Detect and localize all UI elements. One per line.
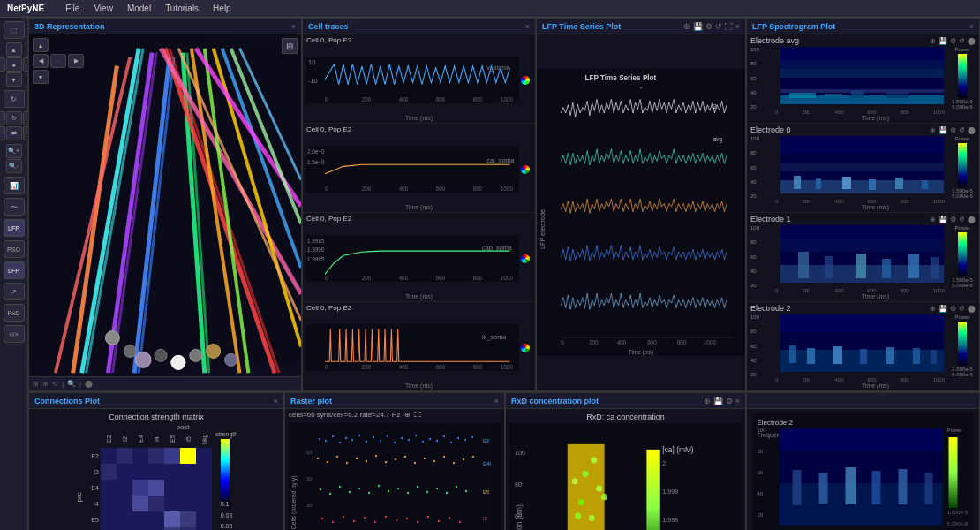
lfp-reset[interactable]: ↺ (715, 22, 722, 31)
toolbar-plus[interactable]: ⊕ (42, 380, 49, 388)
panel-rxd-title: RxD concentration plot (511, 397, 599, 405)
spectro-0-cross[interactable]: ⊕ (930, 126, 936, 134)
panel-3d-close[interactable]: × (291, 22, 296, 31)
spectro-avg-reset[interactable]: ↺ (959, 37, 965, 45)
scene-3d[interactable]: ⊞ ▲ ◀ · ▶ ▼ (29, 34, 301, 376)
spectro-0-reset[interactable]: ↺ (959, 126, 965, 134)
toolbar-zoom[interactable]: 🔍 (67, 380, 76, 388)
svg-text:cal_soma: cal_soma (486, 156, 515, 164)
rotate-ccw[interactable]: ↺ (0, 126, 5, 140)
spectro-bottom-scroll[interactable]: Electrode 2 Frequency(Hz) (747, 409, 979, 530)
spectro-1-chart: 100 80 60 40 20 (750, 225, 976, 288)
svg-text:1.9990: 1.9990 (307, 246, 325, 253)
spectro-2-settings[interactable]: ⚙ (950, 305, 956, 313)
spectro-1-settings[interactable]: ⚙ (950, 216, 956, 223)
nav-up[interactable]: ▲ (6, 42, 22, 57)
sidebar-btn-lfp[interactable]: LFP (4, 219, 25, 237)
sidebar-btn-arrow[interactable]: ↗ (4, 283, 25, 300)
3d-up[interactable]: ▲ (33, 38, 49, 52)
lfp-expand[interactable]: ⛶ (725, 22, 733, 31)
lfp-settings[interactable]: ⚙ (705, 22, 712, 31)
spectro-1-save[interactable]: 💾 (939, 216, 947, 223)
trace-svg-0: 10 -10 v_soma 0 200 400 (306, 45, 519, 115)
spectro-2-color[interactable]: ⬤ (968, 305, 976, 313)
rotate-cw[interactable]: ↻ (6, 111, 22, 125)
spectro-avg-save[interactable]: 💾 (939, 37, 947, 45)
rxd-save[interactable]: 💾 (713, 397, 723, 405)
svg-point-151 (408, 439, 410, 441)
menu-view[interactable]: View (94, 4, 113, 13)
sidebar-btn-lfp2[interactable]: LFP (4, 261, 25, 279)
spectro-2-cross[interactable]: ⊕ (930, 305, 936, 313)
sidebar-btn-shape[interactable]: ⬚ (4, 21, 25, 39)
spectro-0-settings[interactable]: ⚙ (950, 126, 956, 134)
row-label-E2: E2 (85, 453, 101, 459)
spectro-1-color[interactable]: ⬤ (968, 216, 976, 223)
svg-rect-289 (925, 473, 933, 504)
app-name[interactable]: NetPyNE (7, 4, 44, 13)
sidebar-btn-rotate[interactable]: ↻ (4, 90, 25, 108)
sidebar-btn-pso[interactable]: PSO (4, 240, 25, 258)
connections-close[interactable]: × (274, 397, 278, 405)
spectro-2-save[interactable]: 💾 (939, 305, 947, 313)
toolbar-sep: | (62, 380, 64, 388)
svg-text:I2: I2 (483, 516, 488, 521)
raster-zoom-icon[interactable]: ⛶ (414, 411, 421, 419)
menu-help[interactable]: Help (213, 4, 231, 13)
rxd-cross[interactable]: ⊕ (704, 397, 711, 405)
3d-right[interactable]: ▶ (68, 54, 84, 68)
sidebar-btn-code[interactable]: </> (4, 325, 25, 343)
lfp-save[interactable]: 💾 (693, 22, 703, 31)
3d-left[interactable]: ◀ (33, 54, 49, 68)
trace-chart-3: ik_soma 0 200 400 600 800 1000 (306, 313, 531, 382)
svg-rect-118 (789, 345, 796, 363)
menu-file[interactable]: File (65, 4, 79, 13)
rxd-close[interactable]: × (735, 397, 740, 405)
sidebar-btn-zoom[interactable]: 🔍+ 🔍- (6, 144, 22, 173)
svg-point-161 (317, 458, 319, 459)
trace-xlabel-3: Time (ms) (306, 382, 531, 389)
raster-subtitle: cells=60 syns/cell=6.2 rate=24.7 Hz ⊕ ⛶ (285, 409, 504, 420)
nav-left[interactable]: ◀ (0, 57, 5, 72)
zoom-out[interactable]: 🔍- (6, 159, 22, 173)
rotate-reset[interactable]: ↺ (0, 111, 5, 125)
toolbar-color[interactable]: ⬤ (85, 380, 93, 388)
menu-tutorials[interactable]: Tutorials (165, 4, 199, 13)
svg-point-157 (450, 442, 452, 443)
sidebar-btn-rxd[interactable]: RxD (4, 304, 25, 322)
rotate-flip[interactable]: ⇄ (6, 126, 22, 140)
grid-icon[interactable]: ⊞ (282, 38, 298, 54)
zoom-in[interactable]: 🔍+ (6, 144, 22, 158)
spectro-2-reset[interactable]: ↺ (959, 305, 965, 313)
menu-model[interactable]: Model (127, 4, 151, 13)
spectro-0-color[interactable]: ⬤ (968, 126, 976, 134)
spectro-avg-color[interactable]: ⬤ (968, 37, 976, 45)
spectro-avg-settings[interactable]: ⚙ (950, 37, 956, 45)
trace-title-0: Cell 0, Pop E2 (306, 36, 531, 44)
svg-text:40: 40 (758, 491, 764, 496)
sidebar-btn-signal[interactable]: 〜 (4, 198, 25, 216)
rxd-settings[interactable]: ⚙ (726, 397, 733, 405)
lfp-crosshair[interactable]: ⊕ (683, 22, 690, 31)
spectro-1-reset[interactable]: ↺ (959, 216, 965, 223)
nav-center[interactable]: ● (6, 57, 22, 72)
svg-point-174 (443, 456, 445, 458)
panel-lfp-close[interactable]: × (735, 22, 740, 31)
sidebar-btn-chart[interactable]: 📊 (4, 177, 25, 194)
spectro-scroll[interactable]: Electrode avg ⊕ 💾 ⚙ ↺ ⬤ 100 (747, 34, 979, 390)
spectro-0-save[interactable]: 💾 (939, 126, 947, 134)
3d-down[interactable]: ▼ (33, 70, 49, 84)
cell-E5-bkg (196, 511, 212, 527)
toolbar-grid[interactable]: ⊞ (33, 380, 39, 388)
spectro-avg-cross[interactable]: ⊕ (930, 37, 936, 45)
raster-close[interactable]: × (494, 397, 499, 405)
3d-center[interactable]: · (50, 54, 66, 68)
spectro-1-cross[interactable]: ⊕ (930, 216, 936, 223)
panel-3d-header: 3D Representation × (29, 19, 301, 34)
spectro-close[interactable]: × (969, 22, 974, 31)
svg-text:5.000e-6: 5.000e-6 (947, 521, 969, 526)
toolbar-nav[interactable]: ⟲ (52, 380, 58, 388)
raster-cross-icon[interactable]: ⊕ (404, 411, 411, 419)
panel-traces-close[interactable]: × (525, 22, 530, 31)
nav-down[interactable]: ▼ (6, 72, 22, 87)
